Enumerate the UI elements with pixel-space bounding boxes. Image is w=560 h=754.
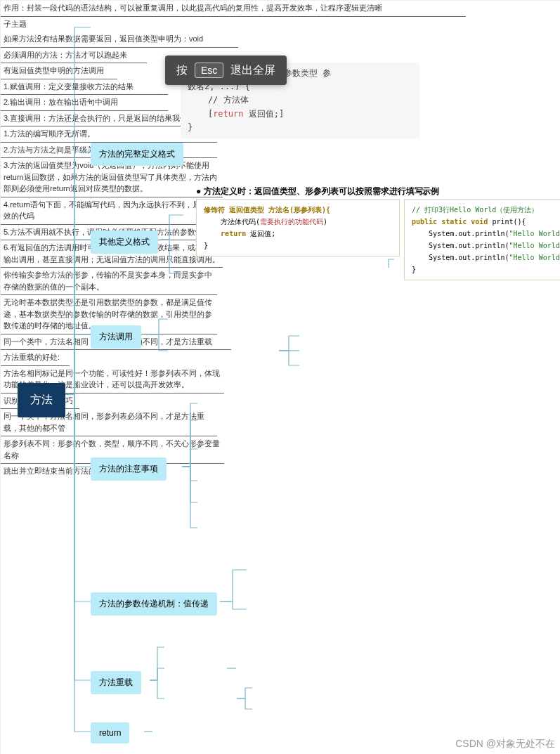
csdn-watermark: CSDN @对象无处不在 (455, 738, 555, 750)
toast-post-text: 退出全屏 (230, 63, 275, 78)
topic-overload: 方法重载 (91, 671, 141, 694)
leaf-pbv-1: 你传输实参给方法的形参，传输的不是实参本身，而是实参中存储的数据的值的一个副本。 (1, 268, 217, 295)
leaf-invoke-2: 2.输出调用：放在输出语句中调用 (1, 95, 168, 111)
example-heading: 示例 (422, 186, 439, 197)
topic-invoke: 方法调用 (91, 325, 141, 349)
leaf-overload-benefit-label: 方法重载的好处: (1, 350, 70, 366)
mindmap-canvas: 方法 作用：封装一段代码的语法结构，可以被重复调用，以此提高代码的复用性，提高开… (0, 0, 560, 754)
esc-key-icon: Esc (195, 63, 223, 78)
code-example: // 打印3行Hello World（使用方法） public static v… (404, 199, 560, 280)
leaf-subtopic: 子主题 (1, 17, 41, 32)
topic-purpose: 作用：封装一段代码的语法结构，可以被重复调用，以此提高代码的复用性，提高开发效率… (1, 1, 466, 17)
leaf-note-4: 4.return语句下面，不能编写代码，因为永远执行不到，属于无效的代码 (1, 197, 223, 225)
root-node: 方法 (18, 383, 65, 417)
topic-full-format: 方法的完整定义格式 (91, 143, 183, 166)
leaf-void-note: 如果方法没有结果数据需要返回，返回值类型申明为：void (1, 32, 238, 48)
code-other-format: 修饰符 返回值类型 方法名(形参列表){ 方法体代码(需要执行的功能代码) re… (196, 199, 400, 256)
leaf-invoke-1: 1.赋值调用：定义变量接收方法的结果 (1, 79, 168, 96)
topic-return: return (91, 722, 129, 743)
topic-pass-by-value: 方法的参数传递机制：值传递 (91, 592, 217, 616)
leaf-invoke-must: 必须调用的方法：方法才可以跑起来 (1, 48, 147, 64)
topic-other-format: 其他定义格式 (91, 230, 158, 254)
toast-pre-text: 按 (176, 63, 188, 78)
fullscreen-exit-toast: 按 Esc 退出全屏 (165, 56, 287, 85)
leaf-invoke-hasret: 有返回值类型申明的方法调用 (1, 63, 117, 79)
bullet-definition-note: ● 方法定义时：返回值类型、形参列表可以按照需求进行填写。 (196, 186, 431, 197)
topic-notes: 方法的注意事项 (91, 457, 167, 481)
